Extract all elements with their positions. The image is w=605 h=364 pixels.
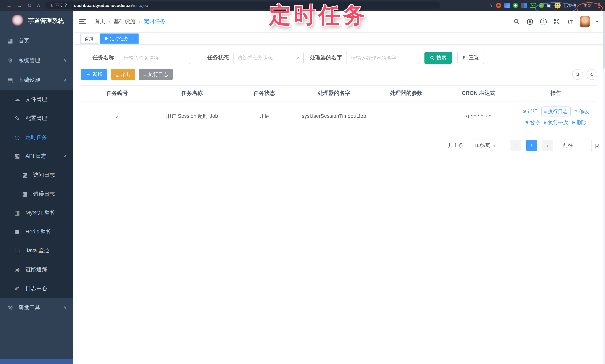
sidebar-item-dev-tools[interactable]: ⚒ 研发工具 ∨: [0, 298, 73, 317]
total-count: 共 1 条: [448, 142, 463, 149]
help-icon[interactable]: ?: [540, 18, 547, 25]
tab-scheduled-jobs[interactable]: 定时任务 ×: [100, 33, 138, 43]
leaf-extension-icon[interactable]: [539, 3, 544, 8]
search-button[interactable]: 搜索: [424, 52, 452, 64]
tab-home[interactable]: 首页: [80, 33, 98, 43]
sidebar-item-java-monitor[interactable]: ▢ Java 监控: [0, 241, 73, 260]
search-icon[interactable]: [513, 18, 520, 25]
fullscreen-icon[interactable]: [553, 18, 560, 25]
sidebar-item-label: MySQL 监控: [26, 209, 56, 216]
reset-button[interactable]: ↻ 重置: [457, 52, 484, 64]
current-page-button[interactable]: 1: [526, 140, 537, 151]
back-icon[interactable]: ←: [7, 3, 12, 8]
table-header-row: 任务编号 任务名称 任务状态 处理器的名字 处理器的参数 CRON 表达式 操作: [81, 86, 597, 101]
chevron-up-icon: ∧: [64, 154, 67, 158]
sidebar-item-home[interactable]: ▦ 首页: [0, 31, 73, 51]
modify-link[interactable]: ✎修改: [575, 108, 589, 115]
col-header-handler-name: 处理器的名字: [298, 90, 370, 97]
search-toggle-button[interactable]: [572, 69, 583, 80]
extension-icon[interactable]: [496, 3, 501, 8]
scrollbar-thumb[interactable]: [603, 11, 605, 69]
user-avatar[interactable]: [580, 16, 590, 27]
breadcrumb-home[interactable]: 首页: [94, 18, 105, 25]
sidebar-item-infrastructure[interactable]: ▤ 基础设施 ∧: [0, 70, 73, 90]
col-header-handler-params: 处理器的参数: [370, 90, 442, 97]
sidebar-item-trace[interactable]: ◉ 链路追踪: [0, 260, 73, 279]
eye-icon: ◉: [523, 109, 526, 114]
pagination: 共 1 条 10条/页 ∨ ‹ 1 › 前往 页: [73, 140, 600, 151]
export-button[interactable]: ↓ 导出: [111, 69, 135, 80]
job-name-input[interactable]: [119, 52, 190, 64]
extension-icon[interactable]: [513, 3, 518, 8]
caret-down-icon[interactable]: ▾: [596, 20, 598, 24]
cloud-icon: ☁: [13, 96, 21, 103]
cell-job-status: 开启: [231, 113, 298, 120]
sidebar-item-mysql-monitor[interactable]: ▥ MySQL 监控: [0, 203, 73, 222]
run-once-link[interactable]: ▶执行一次: [544, 119, 568, 126]
jobs-table: 任务编号 任务名称 任务状态 处理器的名字 处理器的参数 CRON 表达式 操作…: [81, 85, 597, 131]
infrastructure-submenu: ☁ 文件管理 ✎ 配置管理 ◷ 定时任务 ▧ API 日志 ∧ ▨: [0, 90, 73, 298]
sidebar-item-label: 文件管理: [26, 96, 47, 103]
sidebar-toggle-icon[interactable]: [79, 18, 86, 25]
handler-name-input[interactable]: [346, 52, 419, 64]
address-bar[interactable]: ⚠ 不安全 dashboard.yudao.iocoder.cn/infra/j…: [45, 1, 440, 9]
database-icon: ▥: [13, 209, 21, 216]
job-status-select[interactable]: 请选择任务状态 ∨: [234, 52, 304, 64]
not-secure-warning-icon: ⚠: [50, 3, 53, 8]
sidebar-item-system-management[interactable]: ⚙ 系统管理 ∨: [0, 51, 73, 70]
profile-emoji-avatar[interactable]: [554, 2, 561, 8]
detail-link[interactable]: ◉详细: [523, 108, 538, 115]
breadcrumb-infrastructure[interactable]: 基础设施: [114, 18, 135, 25]
sidebar-item-file-management[interactable]: ☁ 文件管理: [0, 90, 73, 109]
forward-icon[interactable]: →: [17, 3, 22, 8]
bookmark-star-icon[interactable]: ☆: [488, 3, 493, 8]
page-header: 首页 / 基础设施 / 定时任务 ?: [73, 11, 605, 33]
sidebar-item-redis-monitor[interactable]: ≣ Redis 监控: [0, 222, 73, 241]
extension-icon[interactable]: [521, 3, 527, 8]
log-icon: ▧: [13, 153, 21, 159]
select-placeholder: 请选择任务状态: [238, 54, 296, 61]
browser-menu-icon[interactable]: [598, 3, 600, 8]
url-host: dashboard.yudao.iocoder.cn: [74, 3, 132, 8]
prev-page-button[interactable]: ‹: [511, 140, 521, 151]
page-size-value: 10条/页: [474, 142, 490, 149]
font-size-icon[interactable]: tT: [567, 18, 574, 25]
goto-page-input[interactable]: [576, 140, 592, 151]
home-icon[interactable]: ⌂: [37, 3, 40, 8]
download-icon: ↓: [116, 72, 118, 77]
layers-icon: ≣: [13, 228, 21, 235]
paused-label[interactable]: 已暂停: [564, 2, 576, 8]
not-secure-label: 不安全: [55, 2, 68, 8]
pause-link[interactable]: ✖暂停: [525, 119, 540, 126]
sidebar-item-config-management[interactable]: ✎ 配置管理: [0, 109, 73, 128]
list-icon: ≡: [544, 109, 547, 114]
sidebar-item-label: 配置管理: [26, 115, 47, 122]
on-badge-extension-icon[interactable]: on: [530, 3, 536, 8]
next-page-button[interactable]: ›: [542, 140, 553, 151]
viewport: 定时任务 ← → ↻ ⌂ ⚠ 不安全 dashboard.yudao.iocod…: [0, 0, 605, 364]
update-button[interactable]: 更新: [583, 2, 592, 8]
extensions-puzzle-icon[interactable]: ▣: [547, 3, 552, 8]
refresh-button[interactable]: ↻: [586, 69, 597, 80]
row-exec-log-link[interactable]: ≡执行日志: [541, 106, 571, 116]
close-tab-icon[interactable]: ×: [132, 36, 134, 41]
github-icon[interactable]: [527, 18, 534, 25]
reload-icon[interactable]: ↻: [27, 3, 32, 8]
chevron-down-icon: ∨: [64, 305, 67, 310]
sidebar-item-scheduled-jobs[interactable]: ◷ 定时任务: [0, 128, 73, 147]
cell-actions: ◉详细 ≡执行日志 ✎修改 ✖暂停 ▶执行一次 ⊟删除: [514, 106, 597, 126]
chevron-down-icon: ∨: [64, 58, 67, 63]
sidebar-bottom-strip: [0, 359, 73, 364]
sidebar-item-error-log[interactable]: ▩ 错误日志: [0, 184, 73, 203]
extension-icon[interactable]: [504, 3, 510, 8]
add-button[interactable]: ＋ 新增: [81, 69, 107, 80]
exec-log-button[interactable]: ≡ 执行日志: [139, 69, 173, 80]
sidebar-item-api-log[interactable]: ▧ API 日志 ∧: [0, 147, 73, 166]
breadcrumb: 首页 / 基础设施 / 定时任务: [94, 18, 165, 25]
sidebar-item-log-center[interactable]: ✐ 日志中心: [0, 279, 73, 298]
sidebar-item-access-log[interactable]: ▨ 访问日志: [0, 166, 73, 184]
export-button-label: 导出: [120, 71, 130, 78]
delete-link[interactable]: ⊟删除: [572, 119, 587, 126]
browser-extensions-area: ☆ on ▣ 已暂停 更新: [488, 2, 601, 8]
page-size-select[interactable]: 10条/页 ∨: [469, 140, 501, 151]
